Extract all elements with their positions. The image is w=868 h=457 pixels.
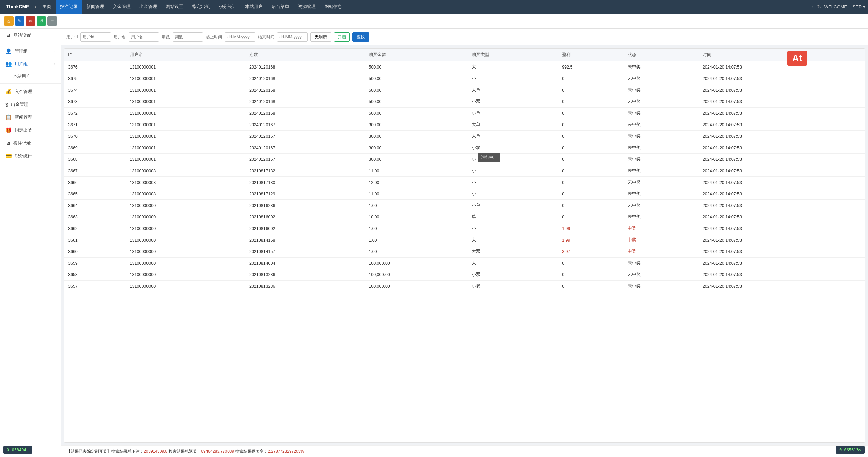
table-body: 3676 13100000001 20240120168 500.00 大 99… [64,61,865,292]
cell-amount: 10.00 [364,211,467,223]
start-time-input[interactable] [225,32,255,42]
sidebar-item-deposit[interactable]: 💰 入金管理 [0,85,61,98]
cell-time: 2024-01-20 14:07:53 [698,258,865,269]
summary-prefix: 【结果已去除定制开奖】搜索结果总下注： [66,449,144,454]
col-type: 购买类型 [468,49,558,61]
open-toggle-button[interactable]: 开启 [334,32,350,42]
cell-period: 20240120168 [245,96,364,108]
nav-item-5[interactable]: 指定出奖 [188,0,214,14]
cell-type: 大 [468,258,558,269]
cell-type: 小 [468,73,558,84]
sidebar-item-points[interactable]: 💳 积分统计 [0,150,61,163]
sidebar-label-prize: 指定出奖 [15,127,32,133]
sidebar-item-prize[interactable]: 🎁 指定出奖 [0,124,61,137]
cell-id: 3668 [64,154,126,165]
refresh-toolbar-btn[interactable]: ↺ [37,16,46,26]
nav-item-3[interactable]: 出金管理 [135,0,161,14]
start-time-label: 起止时间 [206,34,222,40]
cell-id: 3661 [64,234,126,246]
arrow-icon-user: › [54,62,55,66]
cell-amount: 500.00 [364,96,467,108]
period-input[interactable] [173,32,203,42]
cell-period: 20210817129 [245,188,364,200]
edit-toolbar-btn[interactable]: ✎ [15,16,24,26]
cell-time: 2024-01-20 14:07:53 [698,188,865,200]
cell-type: 大双 [468,246,558,258]
cell-id: 3675 [64,73,126,84]
cell-amount: 500.00 [364,108,467,119]
table-row: 3661 13100000000 20210814158 1.00 大 1.99… [64,234,865,246]
cell-amount: 1.00 [364,234,467,246]
menu-toolbar-btn[interactable]: ≡ [47,16,57,26]
user-id-label: 用户id [66,34,78,40]
sidebar-item-admin-group[interactable]: 👤 管理组 › [0,45,61,58]
cell-id: 3673 [64,96,126,108]
cell-type: 小 [468,188,558,200]
nav-forward-arrow[interactable]: › [810,4,814,10]
nav-item-8[interactable]: 后台菜单 [268,0,293,14]
sidebar-sub-item-local-users[interactable]: 本站用户 [0,71,61,82]
cell-profit: 0 [558,165,624,177]
nav-item-10[interactable]: 网站信息 [320,0,346,14]
cell-status: 未中奖 [624,269,698,281]
nav-item-9[interactable]: 资源管理 [294,0,320,14]
cell-amount: 300.00 [364,154,467,165]
filter-bar: 用户id 用户名 期数 起止时间 结束时间 无刷新 开启 查找 [61,29,868,45]
cell-status: 未中奖 [624,281,698,292]
nav-item-1[interactable]: 新闻管理 [82,0,108,14]
sidebar-item-website-settings[interactable]: 🖥 网站设置 [0,29,61,42]
sidebar-divider-2 [0,83,61,84]
cell-type: 小双 [468,142,558,154]
admin-icon: 👤 [5,48,12,54]
sidebar-label-deposit: 入金管理 [15,89,32,95]
sidebar-item-bet-records[interactable]: 🖥 投注记录 [0,137,61,150]
cell-time: 2024-01-20 14:07:53 [698,108,865,119]
user-id-input[interactable] [80,32,111,42]
cell-period: 20210816002 [245,223,364,234]
cell-time: 2024-01-20 14:07:53 [698,119,865,131]
perf-right-value: 0.065613s [839,448,861,452]
nav-item-7[interactable]: 本站用户 [241,0,267,14]
cell-period: 20210814004 [245,258,364,269]
nav-refresh-icon[interactable]: ↻ [817,4,822,10]
cell-profit: 3.97 [558,246,624,258]
search-button[interactable]: 查找 [352,32,369,42]
cell-amount: 12.00 [364,177,467,188]
cell-time: 2024-01-20 14:07:53 [698,234,865,246]
cell-time: 2024-01-20 14:07:53 [698,84,865,96]
username-input[interactable] [129,32,159,42]
cell-id: 3658 [64,269,126,281]
nav-back-arrow[interactable]: ‹ [33,4,38,10]
cell-profit: 0 [558,108,624,119]
cell-period: 20240120168 [245,108,364,119]
cell-status: 未中奖 [624,165,698,177]
nav-item-0[interactable]: 投注记录 [56,0,82,14]
delete-toolbar-btn[interactable]: ✕ [26,16,35,26]
nav-item-4[interactable]: 网站设置 [162,0,188,14]
cell-period: 20240120168 [245,84,364,96]
table-row: 3660 13100000000 20210814157 1.00 大双 3.9… [64,246,865,258]
nav-item-6[interactable]: 积分统计 [215,0,240,14]
end-time-input[interactable] [277,32,308,42]
user-menu[interactable]: WELCOME_USER ▾ [824,4,865,9]
cell-status: 未中奖 [624,258,698,269]
news-icon: 📋 [5,114,12,120]
home-toolbar-btn[interactable]: ⌂ [4,16,14,26]
cell-status: 未中奖 [624,96,698,108]
cell-type: 大单 [468,131,558,142]
cell-status: 未中奖 [624,108,698,119]
cell-id: 3657 [64,281,126,292]
cell-username: 13100000008 [126,165,245,177]
nav-right-section: › ↻ WELCOME_USER ▾ [810,4,865,10]
sidebar-label-local-users: 本站用户 [13,74,31,79]
nav-home[interactable]: 主页 [38,0,55,14]
cell-id: 3664 [64,200,126,211]
cell-time: 2024-01-20 14:07:53 [698,246,865,258]
table-row: 3672 13100000001 20240120168 500.00 小单 0… [64,108,865,119]
cell-username: 13100000000 [126,223,245,234]
no-refresh-button[interactable]: 无刷新 [310,32,331,42]
nav-item-2[interactable]: 入金管理 [109,0,135,14]
sidebar-item-withdrawal[interactable]: $ 出金管理 [0,98,61,111]
sidebar-item-news[interactable]: 📋 新闻管理 [0,111,61,124]
sidebar-item-user-group[interactable]: 👥 用户组 › [0,58,61,71]
